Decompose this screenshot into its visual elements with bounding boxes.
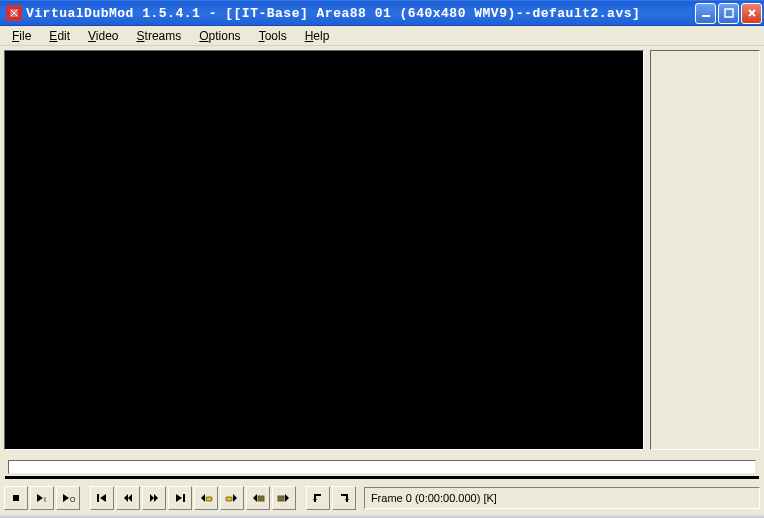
- bottom-toolbar: I O: [0, 476, 764, 514]
- video-preview-input: [4, 50, 644, 450]
- stop-icon: [10, 492, 22, 504]
- svg-marker-23: [285, 494, 289, 502]
- svg-marker-13: [154, 494, 158, 502]
- close-icon: [747, 8, 757, 18]
- menu-options[interactable]: Options: [191, 27, 248, 45]
- scene-prev-button[interactable]: [246, 486, 270, 510]
- play-input-icon: I: [35, 492, 49, 504]
- go-end-button[interactable]: [168, 486, 192, 510]
- svg-marker-25: [345, 499, 349, 502]
- menu-bar: File Edit Video Streams Options Tools He…: [0, 26, 764, 46]
- window-title: VirtualDubMod 1.5.4.1 - [[IT-Base] Area8…: [26, 6, 695, 21]
- scene-next-button[interactable]: [272, 486, 296, 510]
- scene-prev-icon: [251, 492, 265, 504]
- svg-rect-2: [725, 9, 733, 17]
- close-button[interactable]: [741, 3, 762, 24]
- window-controls: [695, 3, 762, 24]
- play-output-button[interactable]: O: [56, 486, 80, 510]
- mark-in-button[interactable]: [306, 486, 330, 510]
- svg-rect-15: [183, 494, 185, 502]
- key-prev-icon: [199, 492, 213, 504]
- mark-in-icon: [312, 492, 324, 504]
- key-next-button[interactable]: [220, 486, 244, 510]
- step-back-icon: [122, 492, 134, 504]
- go-end-icon: [174, 492, 186, 504]
- menu-edit[interactable]: Edit: [41, 27, 78, 45]
- svg-marker-4: [37, 494, 43, 502]
- svg-marker-9: [100, 494, 106, 502]
- frame-status: Frame 0 (0:00:00.000) [K]: [364, 487, 760, 509]
- menu-file[interactable]: File: [4, 27, 39, 45]
- key-prev-button[interactable]: [194, 486, 218, 510]
- mark-out-icon: [338, 492, 350, 504]
- svg-marker-10: [124, 494, 128, 502]
- maximize-icon: [724, 8, 734, 18]
- svg-marker-16: [201, 494, 205, 502]
- go-start-button[interactable]: [90, 486, 114, 510]
- step-forward-icon: [148, 492, 160, 504]
- play-input-button[interactable]: I: [30, 486, 54, 510]
- svg-rect-22: [278, 496, 284, 501]
- step-back-button[interactable]: [116, 486, 140, 510]
- svg-text:O: O: [70, 496, 75, 503]
- svg-marker-11: [128, 494, 132, 502]
- scene-next-icon: [277, 492, 291, 504]
- menu-help[interactable]: Help: [297, 27, 338, 45]
- title-bar: VirtualDubMod 1.5.4.1 - [[IT-Base] Area8…: [0, 0, 764, 26]
- svg-rect-21: [258, 496, 264, 501]
- play-output-icon: O: [61, 492, 75, 504]
- app-icon: [6, 5, 22, 21]
- svg-rect-3: [13, 495, 19, 501]
- svg-rect-18: [226, 497, 232, 501]
- menu-tools[interactable]: Tools: [251, 27, 295, 45]
- svg-marker-14: [176, 494, 182, 502]
- minimize-button[interactable]: [695, 3, 716, 24]
- svg-rect-1: [702, 15, 710, 17]
- svg-marker-24: [313, 499, 317, 502]
- key-next-icon: [225, 492, 239, 504]
- maximize-button[interactable]: [718, 3, 739, 24]
- svg-marker-6: [63, 494, 69, 502]
- svg-text:I: I: [44, 496, 46, 503]
- step-forward-button[interactable]: [142, 486, 166, 510]
- bottom-border: [0, 514, 764, 518]
- menu-streams[interactable]: Streams: [129, 27, 190, 45]
- go-start-icon: [96, 492, 108, 504]
- svg-marker-12: [150, 494, 154, 502]
- menu-video[interactable]: Video: [80, 27, 126, 45]
- minimize-icon: [701, 8, 711, 18]
- seek-area: [0, 454, 764, 476]
- svg-marker-19: [233, 494, 237, 502]
- svg-rect-17: [206, 497, 212, 501]
- main-area: [0, 46, 764, 454]
- video-preview-output: [650, 50, 760, 450]
- stop-button[interactable]: [4, 486, 28, 510]
- seek-slider[interactable]: [8, 460, 756, 474]
- frame-status-text: Frame 0 (0:00:00.000) [K]: [371, 492, 497, 504]
- mark-out-button[interactable]: [332, 486, 356, 510]
- svg-rect-8: [97, 494, 99, 502]
- svg-marker-20: [253, 494, 257, 502]
